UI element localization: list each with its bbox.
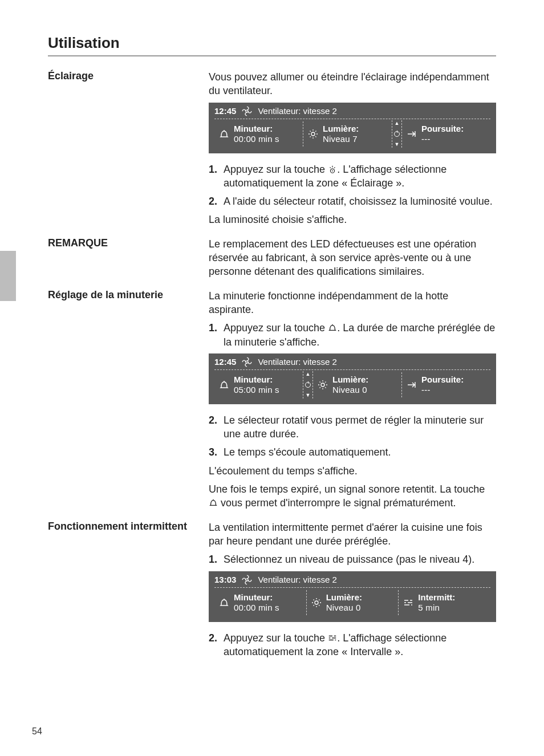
section-label: Éclairage xyxy=(48,70,209,82)
panel-cell-light: Lumière: Niveau 0 xyxy=(307,589,399,616)
section-content: La minuterie fonctionne indépendamment d… xyxy=(209,289,496,515)
panel-fan-label: Ventilateur: vitesse 2 xyxy=(258,106,336,116)
section-minuterie: Réglage de la minuterie La minuterie fon… xyxy=(48,289,496,515)
page-number: 54 xyxy=(32,726,42,737)
title-rule xyxy=(48,55,496,56)
intro-text: Vous pouvez allumer ou éteindre l'éclair… xyxy=(209,70,496,98)
panel-cell-light: Lumière: Niveau 0 xyxy=(313,371,401,399)
step-text: A l'aide du sélecteur rotatif, choisisse… xyxy=(224,196,493,207)
cell-value: --- xyxy=(421,385,464,395)
section-remarque: REMARQUE Le remplacement des LED défectu… xyxy=(48,237,496,283)
bell-icon xyxy=(219,380,229,390)
cell-value: Niveau 7 xyxy=(323,134,359,144)
bell-icon xyxy=(328,323,337,332)
panel-header: 13:03 Ventilateur: vitesse 2 xyxy=(214,575,490,588)
section-label: REMARQUE xyxy=(48,237,209,249)
step-item: 2. Le sélecteur rotatif vous permet de r… xyxy=(209,413,496,441)
after-text: L'écoulement du temps s'affiche. xyxy=(209,464,496,478)
bell-icon xyxy=(209,498,218,507)
step-text: Le sélecteur rotatif vous permet de régl… xyxy=(224,414,484,440)
bell-icon xyxy=(219,598,229,608)
cell-title: Lumière: xyxy=(332,375,368,385)
step-item: 3. Le temps s'écoule automatiquement. xyxy=(209,445,496,459)
panel-row: Minuteur: 05:00 min s ▲▼ Lumière: Niveau… xyxy=(214,371,490,399)
cell-title: Lumière: xyxy=(326,592,362,603)
intro-text: La minuterie fonctionne indépendamment d… xyxy=(209,289,496,317)
step-item: 2. Appuyez sur la touche . L'affichage s… xyxy=(209,631,496,659)
intermittent-icon xyxy=(328,633,337,643)
steps-list: 1. Sélectionnez un niveau de puissance (… xyxy=(209,552,496,566)
panel-fan-label: Ventilateur: vitesse 2 xyxy=(258,575,336,584)
step-item: 1. Sélectionnez un niveau de puissance (… xyxy=(209,552,496,566)
section-content: Le remplacement des LED défectueuses est… xyxy=(209,237,496,283)
panel-row: Minuteur: 00:00 min s Lumière: Niveau 0 xyxy=(214,589,490,616)
cell-title: Poursuite: xyxy=(421,124,464,134)
panel-row: Minuteur: 00:00 min s Lumière: Niveau 7 … xyxy=(214,120,490,148)
panel-cell-follow: Poursuite: --- xyxy=(402,120,490,148)
section-label: Réglage de la minuterie xyxy=(48,289,209,301)
fan-icon xyxy=(242,357,252,367)
cell-value: 5 min xyxy=(418,603,455,613)
panel-time: 13:03 xyxy=(214,575,236,584)
after-text-a: Une fois le temps expiré, un signal sono… xyxy=(209,483,485,495)
after-text: Une fois le temps expiré, un signal sono… xyxy=(209,482,496,510)
after-text-b: vous permet d'interrompre le signal prém… xyxy=(218,497,456,509)
rotary-selector-icon: ▲▼ xyxy=(303,371,313,399)
cell-value: Niveau 0 xyxy=(326,603,362,613)
panel-cell-timer: Minuteur: 00:00 min s xyxy=(214,589,306,616)
panel-cell-timer: Minuteur: 00:00 min s xyxy=(214,120,303,148)
intro-text: La ventilation intermittente permet d'aé… xyxy=(209,521,496,548)
fan-icon xyxy=(242,575,252,585)
steps-list: 1. Appuyez sur la touche . La durée de m… xyxy=(209,321,496,349)
cell-title: Minuteur: xyxy=(234,124,279,134)
panel-cell-follow: Poursuite: --- xyxy=(402,371,490,399)
panel-cell-light: Lumière: Niveau 7 xyxy=(303,120,392,148)
light-icon xyxy=(318,380,328,390)
remarque-text: Le remplacement des LED défectueuses est… xyxy=(209,237,496,279)
step-item: 1. Appuyez sur la touche . L'affichage s… xyxy=(209,162,496,190)
rotary-selector-icon: ▲▼ xyxy=(392,120,402,148)
fan-icon xyxy=(242,106,252,116)
panel-fan-label: Ventilateur: vitesse 2 xyxy=(258,357,336,367)
step-text-a: Appuyez sur la touche xyxy=(224,632,328,644)
cell-title: Poursuite: xyxy=(421,375,464,385)
cell-value: --- xyxy=(421,134,464,144)
panel-cell-intermitt: Intermitt: 5 min xyxy=(399,589,490,616)
light-icon xyxy=(308,129,318,139)
cell-title: Intermitt: xyxy=(418,592,455,603)
cell-value: 05:00 min s xyxy=(234,385,279,395)
step-text-a: Appuyez sur la touche xyxy=(224,164,328,175)
light-icon xyxy=(311,598,322,608)
steps-list: 1. Appuyez sur la touche . L'affichage s… xyxy=(209,162,496,209)
steps-list: 2. Appuyez sur la touche . L'affichage s… xyxy=(209,631,496,659)
cell-value: 00:00 min s xyxy=(234,134,279,144)
light-knob-icon xyxy=(328,165,337,174)
page-edge-tab xyxy=(0,251,16,301)
panel-cell-timer: Minuteur: 05:00 min s xyxy=(214,371,303,399)
display-panel-intermittent: 13:03 Ventilateur: vitesse 2 Minuteur: 0… xyxy=(209,571,496,622)
steps-list: 2. Le sélecteur rotatif vous permet de r… xyxy=(209,413,496,460)
cell-value: Niveau 0 xyxy=(332,385,368,395)
step-text: Le temps s'écoule automatiquement. xyxy=(224,446,391,458)
step-text-a: Appuyez sur la touche xyxy=(224,322,328,334)
arrow-icon xyxy=(407,380,417,390)
section-content: La ventilation intermittente permet d'aé… xyxy=(209,521,496,663)
panel-header: 12:45 Ventilateur: vitesse 2 xyxy=(214,106,490,119)
step-item: 2. A l'aide du sélecteur rotatif, choisi… xyxy=(209,194,496,208)
page-title: Utilisation xyxy=(48,34,496,52)
cell-title: Minuteur: xyxy=(234,592,279,603)
section-eclairage: Éclairage Vous pouvez allumer ou éteindr… xyxy=(48,70,496,231)
display-panel-minuterie: 12:45 Ventilateur: vitesse 2 Minuteur: 0… xyxy=(209,353,496,404)
step-text: Sélectionnez un niveau de puissance (pas… xyxy=(224,554,474,565)
panel-time: 12:45 xyxy=(214,106,236,116)
section-content: Vous pouvez allumer ou éteindre l'éclair… xyxy=(209,70,496,231)
panel-header: 12:45 Ventilateur: vitesse 2 xyxy=(214,357,490,370)
display-panel-eclairage: 12:45 Ventilateur: vitesse 2 Minuteur: 0… xyxy=(209,103,496,153)
cell-value: 00:00 min s xyxy=(234,603,279,613)
cell-title: Minuteur: xyxy=(234,375,279,385)
step-item: 1. Appuyez sur la touche . La durée de m… xyxy=(209,321,496,349)
bell-icon xyxy=(219,129,229,139)
section-intermittent: Fonctionnement intermittent La ventilati… xyxy=(48,521,496,663)
panel-time: 12:45 xyxy=(214,357,236,367)
section-label: Fonctionnement intermittent xyxy=(48,521,209,533)
